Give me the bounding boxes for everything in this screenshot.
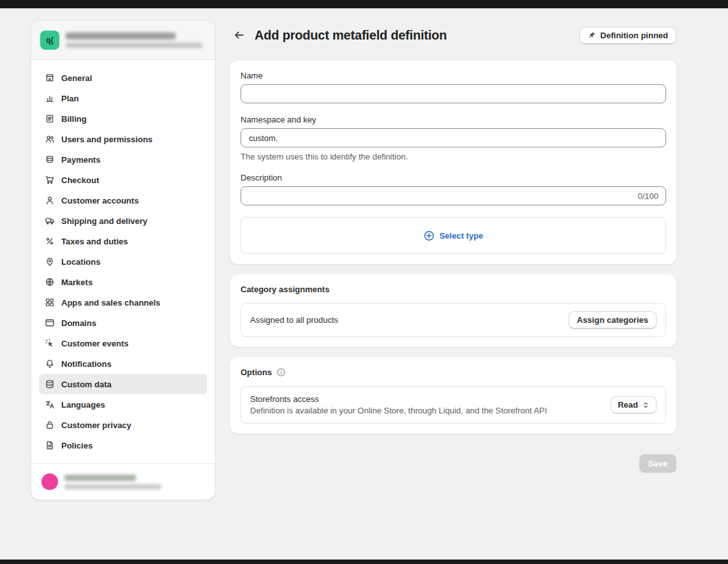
name-field: Name — [241, 71, 666, 103]
sidebar-item-taxes-duties[interactable]: Taxes and duties — [39, 231, 207, 251]
sidebar-item-policies[interactable]: Policies — [39, 435, 207, 456]
sidebar-item-billing[interactable]: Billing — [39, 108, 207, 129]
sidebar-item-label: Domains — [61, 318, 96, 328]
coins-icon — [44, 154, 56, 165]
sidebar-item-label: Notifications — [61, 359, 112, 369]
sidebar-item-label: Users and permissions — [61, 135, 152, 144]
cursor-icon — [44, 338, 56, 348]
page-header: Add product metafield definition Definit… — [230, 26, 676, 44]
user-footer[interactable] — [31, 463, 215, 500]
store-avatar: q{ — [40, 31, 59, 50]
definition-pinned-label: Definition pinned — [600, 31, 668, 40]
settings-layout: q{ General Plan — [0, 8, 728, 500]
sidebar-item-customer-events[interactable]: Customer events — [39, 333, 207, 353]
receipt-icon — [44, 114, 56, 124]
cart-icon — [44, 175, 56, 185]
sidebar-item-label: Checkout — [61, 175, 99, 185]
select-type-button[interactable]: Select type — [424, 230, 484, 241]
chevron-updown-icon — [642, 401, 650, 409]
description-input[interactable] — [241, 186, 666, 205]
definition-form-card: Name Namespace and key The system uses t… — [230, 61, 676, 264]
options-card: Options Storefronts access Definition is… — [230, 357, 676, 434]
sidebar-item-customer-accounts[interactable]: Customer accounts — [39, 190, 207, 211]
sidebar-item-apps-sales-channels[interactable]: Apps and sales channels — [39, 292, 207, 313]
sidebar-item-label: Customer accounts — [61, 196, 138, 205]
sidebar-item-languages[interactable]: Languages — [39, 394, 207, 415]
assign-categories-button[interactable]: Assign categories — [568, 311, 657, 329]
database-icon — [44, 379, 56, 389]
settings-nav: General Plan Billing Users and permissio… — [31, 60, 215, 463]
user-name-redacted — [64, 475, 136, 481]
store-header[interactable]: q{ — [31, 21, 215, 60]
sidebar-item-label: Plan — [61, 94, 78, 103]
save-row: Save — [230, 454, 676, 488]
sidebar-item-shipping-delivery[interactable]: Shipping and delivery — [39, 211, 207, 231]
sidebar-item-label: Apps and sales channels — [61, 298, 160, 308]
sidebar-item-label: Languages — [61, 400, 105, 410]
sidebar-item-label: Policies — [61, 441, 93, 450]
document-icon — [44, 440, 56, 450]
sidebar-item-label: General — [61, 73, 92, 83]
name-label: Name — [241, 71, 666, 80]
sidebar-item-plan[interactable]: Plan — [39, 88, 207, 108]
store-domain-redacted — [66, 43, 202, 48]
save-button[interactable]: Save — [639, 454, 676, 473]
plus-circle-icon — [424, 230, 435, 241]
storefronts-access-value: Read — [618, 400, 638, 410]
description-input-wrap: 0/100 — [241, 186, 666, 205]
browser-icon — [44, 318, 56, 328]
sidebar-item-custom-data[interactable]: Custom data — [39, 374, 207, 394]
map-pin-icon — [44, 256, 56, 267]
sidebar-item-payments[interactable]: Payments — [39, 149, 207, 170]
sidebar-item-label: Billing — [61, 114, 87, 124]
sidebar-item-label: Customer events — [61, 339, 128, 348]
storefronts-access-description: Definition is available in your Online S… — [250, 406, 603, 415]
definition-pinned-button[interactable]: Definition pinned — [579, 27, 676, 44]
percent-icon — [44, 236, 56, 246]
cards-column: Name Namespace and key The system uses t… — [230, 61, 676, 488]
sidebar-item-notifications[interactable]: Notifications — [39, 353, 207, 374]
select-type-box: Select type — [241, 217, 666, 254]
globe-icon — [44, 277, 56, 287]
translate-icon — [44, 399, 56, 410]
options-title: Options — [241, 367, 272, 377]
sidebar-item-users-permissions[interactable]: Users and permissions — [39, 129, 207, 149]
sidebar-item-label: Custom data — [61, 380, 112, 389]
storefronts-access-title: Storefronts access — [250, 394, 603, 404]
pin-icon — [588, 31, 596, 40]
storefronts-access-select[interactable]: Read — [611, 396, 657, 413]
sidebar-item-domains[interactable]: Domains — [39, 313, 207, 333]
category-assignments-title: Category assignments — [241, 285, 666, 294]
chart-icon — [44, 93, 56, 103]
user-avatar — [41, 473, 58, 490]
sidebar-item-label: Locations — [61, 257, 100, 267]
info-icon[interactable] — [276, 367, 286, 377]
category-assignments-card: Category assignments Assigned to all pro… — [230, 274, 676, 347]
main-content: Add product metafield definition Definit… — [230, 21, 676, 488]
namespace-key-input[interactable] — [241, 128, 666, 147]
options-title-row: Options — [241, 367, 666, 377]
storefronts-access-row: Storefronts access Definition is availab… — [241, 386, 666, 424]
storefronts-access-text: Storefronts access Definition is availab… — [250, 394, 603, 415]
sidebar-item-label: Customer privacy — [61, 420, 131, 430]
bottom-window-bar — [0, 560, 728, 564]
back-button[interactable] — [230, 26, 248, 44]
settings-sidebar: q{ General Plan — [31, 21, 215, 500]
sidebar-item-customer-privacy[interactable]: Customer privacy — [39, 415, 207, 435]
namespace-help-text: The system uses this to identify the def… — [241, 152, 666, 161]
name-input[interactable] — [241, 84, 666, 103]
sidebar-item-checkout[interactable]: Checkout — [39, 170, 207, 190]
users-icon — [44, 134, 56, 144]
sidebar-item-markets[interactable]: Markets — [39, 272, 207, 292]
sidebar-item-general[interactable]: General — [39, 68, 207, 88]
sidebar-item-locations[interactable]: Locations — [39, 251, 207, 272]
sidebar-item-label: Taxes and duties — [61, 237, 128, 246]
user-email-redacted — [64, 484, 161, 489]
category-assignments-row: Assigned to all products Assign categori… — [241, 303, 666, 337]
back-arrow-icon — [234, 29, 245, 41]
sidebar-item-label: Payments — [61, 155, 100, 165]
namespace-field: Namespace and key The system uses this t… — [241, 115, 666, 161]
namespace-label: Namespace and key — [241, 115, 666, 124]
assigned-to-text: Assigned to all products — [250, 315, 561, 325]
description-label: Description — [241, 173, 666, 182]
